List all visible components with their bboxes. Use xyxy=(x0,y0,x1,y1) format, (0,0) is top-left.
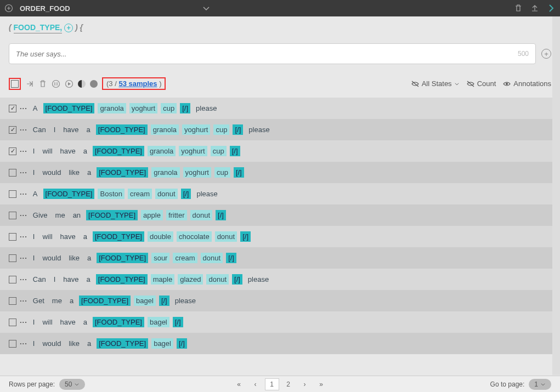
chevron-down-icon[interactable] xyxy=(202,4,211,13)
row-word: have xyxy=(61,274,81,285)
row-word: a xyxy=(67,296,76,306)
tag-open: [FOOD_TYPE] xyxy=(86,210,138,220)
row-menu-icon[interactable]: ··· xyxy=(20,339,27,348)
sample-row: ···Iwouldlikea[FOOD_TYPE]bagel[/] xyxy=(0,333,560,354)
row-menu-icon[interactable]: ··· xyxy=(20,190,27,198)
all-states-dropdown[interactable]: All States xyxy=(411,79,460,88)
tag-content-word: cup xyxy=(211,146,227,156)
row-checkbox[interactable] xyxy=(9,126,16,134)
row-checkbox[interactable] xyxy=(9,233,16,241)
row-checkbox[interactable] xyxy=(9,276,16,283)
row-word: I xyxy=(52,274,58,285)
tag-close: [/] xyxy=(240,231,251,242)
rows-per-page-select[interactable]: 50 xyxy=(59,379,85,390)
pager-last[interactable]: » xyxy=(314,378,329,390)
row-menu-icon[interactable]: ··· xyxy=(20,104,27,112)
row-checkbox[interactable] xyxy=(9,105,16,112)
tag-content-word: bagel xyxy=(134,296,156,306)
count-toggle[interactable]: Count xyxy=(466,79,496,88)
select-all-checkbox[interactable] xyxy=(11,80,19,88)
row-checkbox[interactable] xyxy=(9,319,16,326)
row-word: Give xyxy=(31,210,50,220)
row-word: a xyxy=(84,124,93,135)
contrast-icon[interactable] xyxy=(78,80,86,88)
row-menu-icon[interactable]: ··· xyxy=(20,211,27,219)
tag-content-word: Boston xyxy=(98,189,124,199)
sample-row: ···A[FOOD_TYPE]Bostoncreamdonut[/]please xyxy=(0,183,560,204)
row-menu-icon[interactable]: ··· xyxy=(20,318,27,326)
row-word: Can xyxy=(31,274,48,285)
row-word: have xyxy=(61,124,81,135)
row-word: I xyxy=(31,231,37,242)
param-name[interactable]: FOOD_TYPE, xyxy=(14,23,63,33)
pager-first[interactable]: « xyxy=(232,378,246,390)
play-icon[interactable] xyxy=(65,79,73,88)
add-sample-icon[interactable]: + xyxy=(541,49,551,59)
chevron-right-icon[interactable] xyxy=(547,4,556,13)
pager-page[interactable]: 2 xyxy=(281,378,296,390)
tag-open: [FOOD_TYPE] xyxy=(96,124,148,135)
sample-row: ···Iwillhavea[FOOD_TYPE]granolayoghurtcu… xyxy=(0,140,560,162)
row-menu-icon[interactable]: ··· xyxy=(20,297,27,305)
annotations-toggle[interactable]: Annotations xyxy=(502,79,551,88)
samples-count-highlight: (3 / 53 samples ) xyxy=(102,77,166,90)
sample-row: ···Iwouldlikea[FOOD_TYPE]sourcreamdonut[… xyxy=(0,247,560,269)
row-word: have xyxy=(58,231,78,242)
tag-open: [FOOD_TYPE] xyxy=(97,338,148,349)
row-word: please xyxy=(194,103,219,113)
tag-content-word: yoghurt xyxy=(183,167,211,178)
tag-open: [FOOD_TYPE] xyxy=(96,274,148,285)
tag-open: [FOOD_TYPE] xyxy=(79,296,131,306)
tag-content-word: yoghurt xyxy=(182,124,210,135)
row-word: a xyxy=(81,146,89,156)
export-icon[interactable] xyxy=(25,79,34,88)
row-menu-icon[interactable]: ··· xyxy=(20,254,27,262)
tag-content-word: bagel xyxy=(148,317,169,327)
samples-link[interactable]: 53 samples xyxy=(118,79,157,88)
tag-close: [/] xyxy=(216,210,226,220)
tag-content-word: sour xyxy=(151,253,169,263)
svg-point-3 xyxy=(506,83,508,85)
upload-icon[interactable] xyxy=(530,4,539,13)
tag-content-word: cup xyxy=(214,167,230,178)
row-checkbox[interactable] xyxy=(9,147,16,155)
row-checkbox[interactable] xyxy=(9,254,16,262)
row-menu-icon[interactable]: ··· xyxy=(20,126,27,134)
row-menu-icon[interactable]: ··· xyxy=(20,232,27,241)
samples-suffix: ) xyxy=(157,79,162,88)
circle-icon[interactable] xyxy=(90,80,98,88)
row-menu-icon[interactable]: ··· xyxy=(20,168,27,177)
row-checkbox[interactable] xyxy=(9,212,16,219)
pause-icon[interactable] xyxy=(52,79,60,88)
row-checkbox[interactable] xyxy=(9,190,16,198)
pager-page[interactable]: 1 xyxy=(265,378,279,390)
header-bar: ORDER_FOOD xyxy=(0,0,560,16)
row-checkbox[interactable] xyxy=(9,297,16,305)
pager-prev[interactable]: ‹ xyxy=(248,378,263,390)
scrollbar-outer[interactable] xyxy=(552,16,560,375)
goto-page-select[interactable]: 1 xyxy=(529,379,551,390)
sample-list: ···A[FOOD_TYPE]granolayoghurtcup[/]pleas… xyxy=(0,98,560,355)
pager-next[interactable]: › xyxy=(298,378,312,390)
sample-input-box[interactable]: 500 xyxy=(9,43,536,64)
row-word: please xyxy=(246,124,271,135)
param-add-icon[interactable]: + xyxy=(64,24,73,32)
tag-open: [FOOD_TYPE] xyxy=(93,317,144,327)
footer: Rows per page: 50 «‹12›» Go to page: 1 xyxy=(0,376,560,392)
sample-input[interactable] xyxy=(16,50,518,58)
tag-content-word: glazed xyxy=(178,274,203,285)
row-word: A xyxy=(31,103,40,113)
row-menu-icon[interactable]: ··· xyxy=(20,147,27,155)
tag-content-word: yoghurt xyxy=(129,103,157,113)
trash-icon[interactable] xyxy=(38,79,47,88)
row-menu-icon[interactable]: ··· xyxy=(20,275,27,283)
tag-content-word: granola xyxy=(151,124,179,135)
char-counter: 500 xyxy=(518,50,529,58)
row-checkbox[interactable] xyxy=(9,169,16,177)
tag-close: [/] xyxy=(234,167,244,178)
row-checkbox[interactable] xyxy=(9,340,16,348)
trash-icon[interactable] xyxy=(514,4,523,13)
add-icon[interactable] xyxy=(4,4,13,13)
row-word: A xyxy=(31,189,40,199)
tag-close: [/] xyxy=(181,189,191,199)
